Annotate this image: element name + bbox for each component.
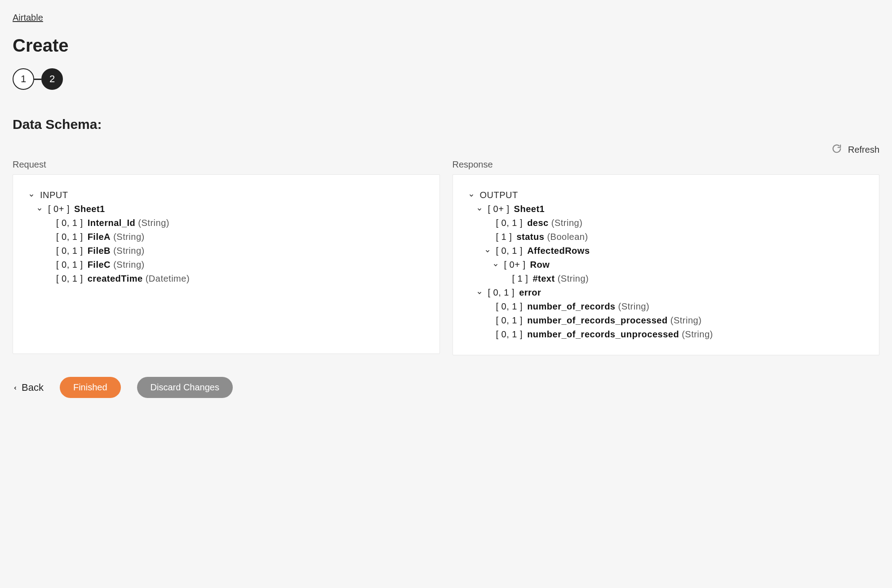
step-connector — [34, 79, 41, 80]
chevron-down-icon[interactable] — [493, 262, 500, 268]
tree-node-label: [ 0, 1 ] createdTime (Datetime) — [56, 274, 190, 284]
chevron-down-icon[interactable] — [468, 192, 475, 199]
tree-node-label: [ 0, 1 ] Internal_Id (String) — [56, 218, 169, 228]
tree-node: [ 0, 1 ] Internal_Id (String) — [28, 216, 424, 230]
response-card: OUTPUT [ 0+ ] Sheet1[ 0, 1 ] desc (Strin… — [453, 174, 880, 355]
tree-node[interactable]: [ 0, 1 ] AffectedRows — [468, 244, 864, 258]
refresh-icon — [832, 144, 842, 156]
page-title: Create — [13, 35, 879, 56]
tree-root-output[interactable]: OUTPUT — [468, 188, 864, 202]
tree-node-label: [ 1 ] status (Boolean) — [496, 232, 588, 242]
tree-node-label: [ 0, 1 ] FileB (String) — [56, 246, 145, 256]
back-button[interactable]: Back — [13, 382, 44, 393]
tree-node-label: [ 0+ ] Sheet1 — [48, 204, 105, 214]
tree-root-label: OUTPUT — [480, 190, 518, 200]
response-column: Response OUTPUT [ 0+ ] Sheet1[ 0, 1 ] de… — [453, 159, 880, 355]
request-label: Request — [13, 159, 440, 170]
back-label: Back — [22, 382, 44, 393]
chevron-down-icon[interactable] — [476, 290, 484, 296]
tree-node-label: [ 0, 1 ] error — [488, 287, 541, 298]
response-label: Response — [453, 159, 880, 170]
tree-node: [ 0, 1 ] number_of_records_unprocessed (… — [468, 327, 864, 341]
tree-node: [ 0, 1 ] FileC (String) — [28, 258, 424, 272]
chevron-left-icon — [13, 382, 18, 393]
refresh-button[interactable]: Refresh — [832, 144, 879, 156]
request-card: INPUT [ 0+ ] Sheet1[ 0, 1 ] Internal_Id … — [13, 174, 440, 354]
tree-node: [ 1 ] #text (String) — [468, 272, 864, 286]
chevron-down-icon[interactable] — [28, 192, 36, 199]
tree-node: [ 0, 1 ] FileA (String) — [28, 230, 424, 244]
tree-node-label: [ 0, 1 ] FileA (String) — [56, 232, 145, 242]
refresh-label: Refresh — [848, 145, 879, 155]
tree-node-label: [ 0, 1 ] number_of_records_processed (St… — [496, 315, 702, 326]
tree-node-label: [ 0+ ] Sheet1 — [488, 204, 545, 214]
tree-node-label: [ 1 ] #text (String) — [512, 274, 589, 284]
finished-button[interactable]: Finished — [60, 377, 121, 398]
tree-node: [ 0, 1 ] number_of_records (String) — [468, 300, 864, 314]
tree-root-label: INPUT — [40, 190, 68, 200]
breadcrumb-airtable[interactable]: Airtable — [13, 13, 43, 22]
chevron-down-icon[interactable] — [36, 206, 44, 212]
tree-node-label: [ 0+ ] Row — [504, 260, 550, 270]
tree-node: [ 1 ] status (Boolean) — [468, 230, 864, 244]
tree-root-input[interactable]: INPUT — [28, 188, 424, 202]
chevron-down-icon[interactable] — [484, 248, 492, 254]
tree-node[interactable]: [ 0+ ] Sheet1 — [28, 202, 424, 216]
tree-node-label: [ 0, 1 ] AffectedRows — [496, 246, 590, 256]
tree-node-label: [ 0, 1 ] FileC (String) — [56, 260, 145, 270]
tree-node[interactable]: [ 0+ ] Sheet1 — [468, 202, 864, 216]
tree-node: [ 0, 1 ] createdTime (Datetime) — [28, 272, 424, 286]
tree-node: [ 0, 1 ] desc (String) — [468, 216, 864, 230]
tree-node[interactable]: [ 0, 1 ] error — [468, 286, 864, 300]
tree-node-label: [ 0, 1 ] number_of_records_unprocessed (… — [496, 329, 713, 340]
step-2[interactable]: 2 — [41, 68, 63, 90]
tree-node[interactable]: [ 0+ ] Row — [468, 258, 864, 272]
step-1[interactable]: 1 — [13, 68, 34, 90]
request-column: Request INPUT [ 0+ ] Sheet1[ 0, 1 ] Inte… — [13, 159, 440, 354]
tree-node: [ 0, 1 ] number_of_records_processed (St… — [468, 314, 864, 327]
tree-node-label: [ 0, 1 ] number_of_records (String) — [496, 301, 650, 312]
tree-node: [ 0, 1 ] FileB (String) — [28, 244, 424, 258]
section-title: Data Schema: — [13, 117, 879, 132]
tree-node-label: [ 0, 1 ] desc (String) — [496, 218, 583, 228]
discard-changes-button[interactable]: Discard Changes — [137, 377, 233, 398]
stepper: 1 2 — [13, 68, 879, 90]
chevron-down-icon[interactable] — [476, 206, 484, 212]
